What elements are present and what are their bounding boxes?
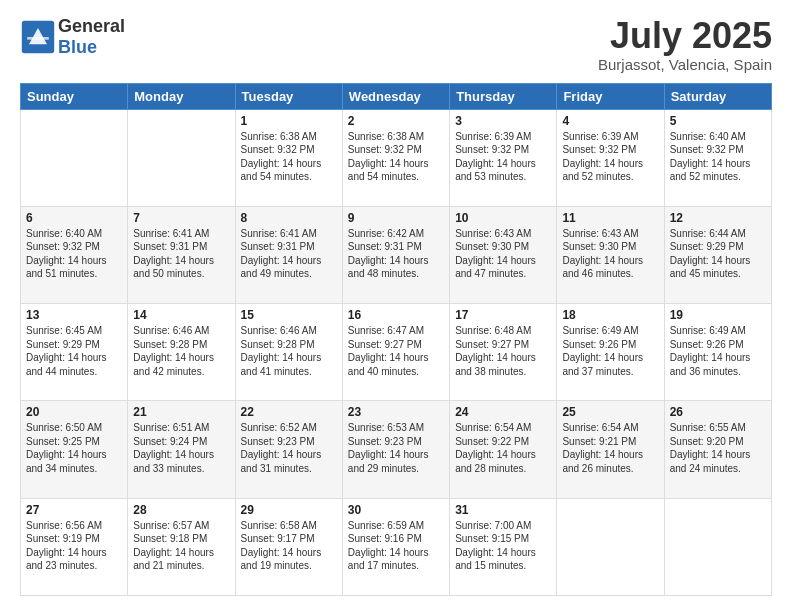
calendar-cell: 9Sunrise: 6:42 AMSunset: 9:31 PMDaylight… <box>342 206 449 303</box>
day-info: Sunrise: 6:55 AMSunset: 9:20 PMDaylight:… <box>670 421 766 475</box>
day-info: Sunrise: 6:48 AMSunset: 9:27 PMDaylight:… <box>455 324 551 378</box>
day-number: 2 <box>348 114 444 128</box>
calendar-cell: 18Sunrise: 6:49 AMSunset: 9:26 PMDayligh… <box>557 304 664 401</box>
calendar-cell: 19Sunrise: 6:49 AMSunset: 9:26 PMDayligh… <box>664 304 771 401</box>
day-number: 16 <box>348 308 444 322</box>
calendar-cell: 12Sunrise: 6:44 AMSunset: 9:29 PMDayligh… <box>664 206 771 303</box>
col-tuesday: Tuesday <box>235 83 342 109</box>
col-sunday: Sunday <box>21 83 128 109</box>
day-number: 3 <box>455 114 551 128</box>
calendar-week-0: 1Sunrise: 6:38 AMSunset: 9:32 PMDaylight… <box>21 109 772 206</box>
day-info: Sunrise: 6:59 AMSunset: 9:16 PMDaylight:… <box>348 519 444 573</box>
day-number: 5 <box>670 114 766 128</box>
day-number: 14 <box>133 308 229 322</box>
day-number: 22 <box>241 405 337 419</box>
day-number: 27 <box>26 503 122 517</box>
day-info: Sunrise: 6:56 AMSunset: 9:19 PMDaylight:… <box>26 519 122 573</box>
day-number: 7 <box>133 211 229 225</box>
day-info: Sunrise: 6:41 AMSunset: 9:31 PMDaylight:… <box>133 227 229 281</box>
calendar-cell: 7Sunrise: 6:41 AMSunset: 9:31 PMDaylight… <box>128 206 235 303</box>
day-number: 15 <box>241 308 337 322</box>
day-info: Sunrise: 6:54 AMSunset: 9:22 PMDaylight:… <box>455 421 551 475</box>
col-monday: Monday <box>128 83 235 109</box>
day-info: Sunrise: 6:52 AMSunset: 9:23 PMDaylight:… <box>241 421 337 475</box>
day-number: 10 <box>455 211 551 225</box>
col-friday: Friday <box>557 83 664 109</box>
calendar-week-3: 20Sunrise: 6:50 AMSunset: 9:25 PMDayligh… <box>21 401 772 498</box>
calendar-cell: 1Sunrise: 6:38 AMSunset: 9:32 PMDaylight… <box>235 109 342 206</box>
day-info: Sunrise: 6:50 AMSunset: 9:25 PMDaylight:… <box>26 421 122 475</box>
calendar-cell: 15Sunrise: 6:46 AMSunset: 9:28 PMDayligh… <box>235 304 342 401</box>
calendar-cell: 20Sunrise: 6:50 AMSunset: 9:25 PMDayligh… <box>21 401 128 498</box>
calendar-week-1: 6Sunrise: 6:40 AMSunset: 9:32 PMDaylight… <box>21 206 772 303</box>
day-info: Sunrise: 6:38 AMSunset: 9:32 PMDaylight:… <box>348 130 444 184</box>
day-number: 18 <box>562 308 658 322</box>
day-info: Sunrise: 6:44 AMSunset: 9:29 PMDaylight:… <box>670 227 766 281</box>
logo: General Blue <box>20 16 125 58</box>
day-info: Sunrise: 6:53 AMSunset: 9:23 PMDaylight:… <box>348 421 444 475</box>
day-number: 13 <box>26 308 122 322</box>
calendar-cell: 8Sunrise: 6:41 AMSunset: 9:31 PMDaylight… <box>235 206 342 303</box>
calendar-cell: 27Sunrise: 6:56 AMSunset: 9:19 PMDayligh… <box>21 498 128 595</box>
day-info: Sunrise: 6:42 AMSunset: 9:31 PMDaylight:… <box>348 227 444 281</box>
svg-rect-2 <box>27 37 49 40</box>
col-wednesday: Wednesday <box>342 83 449 109</box>
calendar-cell: 21Sunrise: 6:51 AMSunset: 9:24 PMDayligh… <box>128 401 235 498</box>
month-title: July 2025 <box>598 16 772 56</box>
calendar-cell: 3Sunrise: 6:39 AMSunset: 9:32 PMDaylight… <box>450 109 557 206</box>
day-number: 25 <box>562 405 658 419</box>
location: Burjassot, Valencia, Spain <box>598 56 772 73</box>
calendar-cell: 6Sunrise: 6:40 AMSunset: 9:32 PMDaylight… <box>21 206 128 303</box>
calendar-cell: 2Sunrise: 6:38 AMSunset: 9:32 PMDaylight… <box>342 109 449 206</box>
day-number: 30 <box>348 503 444 517</box>
day-info: Sunrise: 6:40 AMSunset: 9:32 PMDaylight:… <box>670 130 766 184</box>
calendar-table: Sunday Monday Tuesday Wednesday Thursday… <box>20 83 772 596</box>
day-info: Sunrise: 6:41 AMSunset: 9:31 PMDaylight:… <box>241 227 337 281</box>
day-info: Sunrise: 6:46 AMSunset: 9:28 PMDaylight:… <box>133 324 229 378</box>
day-number: 23 <box>348 405 444 419</box>
calendar-cell: 22Sunrise: 6:52 AMSunset: 9:23 PMDayligh… <box>235 401 342 498</box>
day-info: Sunrise: 6:49 AMSunset: 9:26 PMDaylight:… <box>562 324 658 378</box>
day-info: Sunrise: 6:39 AMSunset: 9:32 PMDaylight:… <box>562 130 658 184</box>
calendar-cell: 14Sunrise: 6:46 AMSunset: 9:28 PMDayligh… <box>128 304 235 401</box>
calendar-cell: 5Sunrise: 6:40 AMSunset: 9:32 PMDaylight… <box>664 109 771 206</box>
calendar-cell: 13Sunrise: 6:45 AMSunset: 9:29 PMDayligh… <box>21 304 128 401</box>
day-info: Sunrise: 6:57 AMSunset: 9:18 PMDaylight:… <box>133 519 229 573</box>
page: General Blue July 2025 Burjassot, Valenc… <box>0 0 792 612</box>
calendar-cell: 23Sunrise: 6:53 AMSunset: 9:23 PMDayligh… <box>342 401 449 498</box>
calendar-cell: 26Sunrise: 6:55 AMSunset: 9:20 PMDayligh… <box>664 401 771 498</box>
day-number: 24 <box>455 405 551 419</box>
day-number: 29 <box>241 503 337 517</box>
calendar-cell: 24Sunrise: 6:54 AMSunset: 9:22 PMDayligh… <box>450 401 557 498</box>
calendar-cell: 29Sunrise: 6:58 AMSunset: 9:17 PMDayligh… <box>235 498 342 595</box>
header: General Blue July 2025 Burjassot, Valenc… <box>20 16 772 73</box>
day-number: 31 <box>455 503 551 517</box>
day-number: 12 <box>670 211 766 225</box>
day-info: Sunrise: 6:47 AMSunset: 9:27 PMDaylight:… <box>348 324 444 378</box>
calendar-cell: 30Sunrise: 6:59 AMSunset: 9:16 PMDayligh… <box>342 498 449 595</box>
logo-general-text: General <box>58 16 125 36</box>
day-info: Sunrise: 6:49 AMSunset: 9:26 PMDaylight:… <box>670 324 766 378</box>
calendar-header-row: Sunday Monday Tuesday Wednesday Thursday… <box>21 83 772 109</box>
day-info: Sunrise: 6:43 AMSunset: 9:30 PMDaylight:… <box>562 227 658 281</box>
day-info: Sunrise: 7:00 AMSunset: 9:15 PMDaylight:… <box>455 519 551 573</box>
day-info: Sunrise: 6:51 AMSunset: 9:24 PMDaylight:… <box>133 421 229 475</box>
calendar-cell: 28Sunrise: 6:57 AMSunset: 9:18 PMDayligh… <box>128 498 235 595</box>
day-number: 26 <box>670 405 766 419</box>
col-thursday: Thursday <box>450 83 557 109</box>
calendar-cell <box>128 109 235 206</box>
calendar-cell: 25Sunrise: 6:54 AMSunset: 9:21 PMDayligh… <box>557 401 664 498</box>
calendar-cell <box>664 498 771 595</box>
day-number: 8 <box>241 211 337 225</box>
calendar-cell <box>557 498 664 595</box>
calendar-cell: 16Sunrise: 6:47 AMSunset: 9:27 PMDayligh… <box>342 304 449 401</box>
day-number: 4 <box>562 114 658 128</box>
day-info: Sunrise: 6:45 AMSunset: 9:29 PMDaylight:… <box>26 324 122 378</box>
day-number: 1 <box>241 114 337 128</box>
day-info: Sunrise: 6:58 AMSunset: 9:17 PMDaylight:… <box>241 519 337 573</box>
day-number: 17 <box>455 308 551 322</box>
calendar-week-2: 13Sunrise: 6:45 AMSunset: 9:29 PMDayligh… <box>21 304 772 401</box>
calendar-cell: 4Sunrise: 6:39 AMSunset: 9:32 PMDaylight… <box>557 109 664 206</box>
day-number: 20 <box>26 405 122 419</box>
day-info: Sunrise: 6:43 AMSunset: 9:30 PMDaylight:… <box>455 227 551 281</box>
